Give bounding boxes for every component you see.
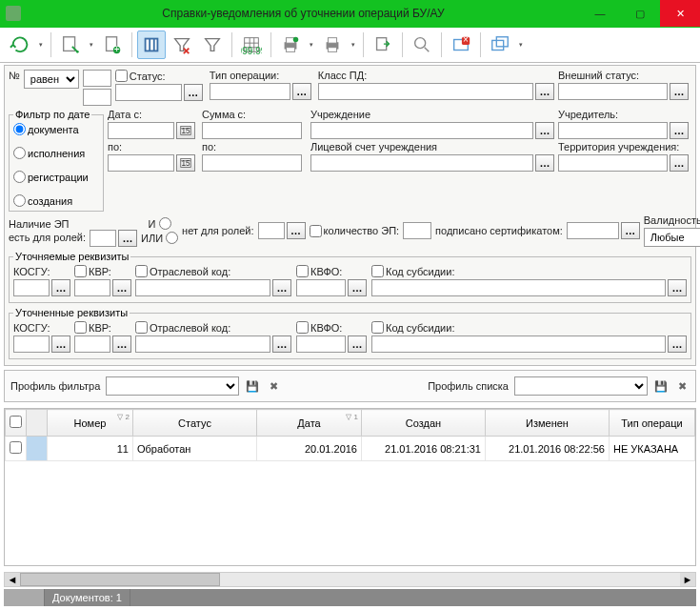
- scroll-thumb[interactable]: [20, 573, 220, 586]
- print-icon[interactable]: [318, 30, 347, 59]
- list-profile-select[interactable]: [514, 376, 648, 396]
- ep-no-roles-lookup-button[interactable]: …: [287, 222, 306, 239]
- delete-icon[interactable]: ✖: [266, 378, 281, 394]
- kvfo-check[interactable]: [296, 265, 309, 277]
- account-lookup-button[interactable]: …: [535, 154, 554, 172]
- select-all-check[interactable]: [10, 416, 22, 428]
- dropdown-icon[interactable]: ▾: [349, 41, 358, 49]
- kvfo-lookup-button[interactable]: …: [348, 279, 367, 296]
- maximize-button[interactable]: ▢: [620, 0, 660, 27]
- kvr-input[interactable]: [74, 279, 110, 296]
- class-pd-lookup-button[interactable]: …: [535, 83, 554, 100]
- filter-clear-icon[interactable]: [168, 30, 196, 59]
- branch-input[interactable]: [135, 279, 270, 296]
- dropdown-icon[interactable]: ▾: [307, 41, 316, 49]
- ep-has-roles-input[interactable]: [90, 230, 116, 247]
- ep-validity-select[interactable]: Любые: [644, 228, 700, 247]
- dropdown-icon[interactable]: ▾: [516, 41, 526, 49]
- row-selector[interactable]: [27, 437, 48, 461]
- sum-to-input[interactable]: [202, 154, 302, 172]
- kvfo2-check[interactable]: [296, 321, 309, 334]
- kvr-lookup-button[interactable]: …: [112, 279, 131, 296]
- ext-status-lookup-button[interactable]: …: [670, 83, 689, 100]
- kosgu-input[interactable]: [13, 279, 50, 296]
- close-button[interactable]: ✕: [660, 0, 700, 27]
- columns-icon[interactable]: [137, 30, 166, 59]
- kvr2-check[interactable]: [74, 321, 87, 334]
- refresh-icon[interactable]: [6, 30, 34, 59]
- kvfo2-lookup-button[interactable]: …: [348, 336, 367, 353]
- kvr2-lookup-button[interactable]: …: [112, 336, 131, 353]
- or-radio[interactable]: [166, 232, 178, 244]
- number-op-select[interactable]: равен: [24, 70, 79, 89]
- number-input-2[interactable]: [83, 89, 111, 106]
- date-filter-exec-radio[interactable]: [13, 147, 26, 159]
- dropdown-icon[interactable]: ▾: [87, 41, 96, 49]
- subsidy-lookup-button[interactable]: …: [668, 279, 687, 296]
- kvfo-input[interactable]: [296, 279, 346, 296]
- grid-check-header[interactable]: [6, 410, 27, 437]
- territory-input[interactable]: [558, 154, 668, 172]
- signed-cert-lookup-button[interactable]: …: [621, 222, 640, 239]
- kosgu2-input[interactable]: [13, 336, 50, 353]
- branch2-lookup-button[interactable]: …: [272, 336, 291, 353]
- windows-icon[interactable]: [486, 30, 514, 59]
- horizontal-scrollbar[interactable]: ◄ ►: [4, 572, 696, 587]
- ext-status-input[interactable]: [558, 83, 668, 100]
- date-from-input[interactable]: [108, 122, 174, 139]
- print-green-icon[interactable]: [276, 30, 305, 59]
- edit-icon[interactable]: [56, 30, 85, 59]
- col-status[interactable]: Статус: [133, 410, 257, 437]
- ep-no-roles-input[interactable]: [258, 222, 285, 239]
- kvfo2-input[interactable]: [296, 336, 346, 353]
- row-check[interactable]: [10, 441, 22, 454]
- subsidy-check[interactable]: [371, 265, 384, 277]
- signed-cert-input[interactable]: [567, 222, 619, 239]
- ep-count-input[interactable]: [403, 222, 431, 239]
- date-filter-reg-radio[interactable]: [13, 171, 26, 183]
- institution-lookup-button[interactable]: …: [535, 122, 554, 139]
- new-document-icon[interactable]: +: [98, 30, 127, 59]
- filter-profile-select[interactable]: [106, 376, 239, 396]
- sum-from-input[interactable]: [202, 122, 302, 139]
- date-to-input[interactable]: [108, 154, 174, 172]
- save-icon[interactable]: 💾: [245, 378, 260, 394]
- minimize-button[interactable]: —: [580, 0, 620, 27]
- delete-icon[interactable]: ✖: [674, 378, 690, 394]
- export-icon[interactable]: [369, 30, 397, 59]
- table-row[interactable]: 11 Обработан 20.01.2016 21.01.2016 08:21…: [6, 437, 695, 461]
- kosgu-lookup-button[interactable]: …: [51, 279, 70, 296]
- number-input[interactable]: [83, 70, 111, 87]
- close-panel-icon[interactable]: ×: [447, 30, 475, 59]
- scroll-left-icon[interactable]: ◄: [5, 573, 20, 586]
- branch2-check[interactable]: [135, 321, 148, 334]
- status-input[interactable]: [115, 84, 182, 101]
- subsidy-input[interactable]: [371, 279, 666, 296]
- ep-count-check[interactable]: [310, 225, 322, 237]
- save-icon[interactable]: 💾: [653, 378, 669, 394]
- institution-input[interactable]: [310, 122, 533, 139]
- class-pd-input[interactable]: [318, 83, 533, 100]
- dropdown-icon[interactable]: ▾: [36, 41, 46, 49]
- ep-has-roles-lookup-button[interactable]: …: [118, 230, 137, 247]
- col-created[interactable]: Создан: [362, 410, 486, 437]
- grid-icon[interactable]: 999.99: [237, 30, 266, 59]
- op-type-input[interactable]: [210, 83, 290, 100]
- status-check[interactable]: [115, 70, 128, 82]
- search-icon[interactable]: [408, 30, 436, 59]
- status-lookup-button[interactable]: …: [184, 84, 203, 101]
- scroll-right-icon[interactable]: ►: [680, 573, 695, 586]
- account-input[interactable]: [310, 154, 533, 172]
- col-number[interactable]: Номер▽ 2: [48, 410, 133, 437]
- kvr2-input[interactable]: [74, 336, 110, 353]
- filter-icon[interactable]: [198, 30, 227, 59]
- calendar-icon[interactable]: 15: [176, 154, 195, 172]
- op-type-lookup-button[interactable]: …: [292, 83, 311, 100]
- subsidy2-check[interactable]: [371, 321, 384, 334]
- kvr-check[interactable]: [74, 265, 87, 277]
- branch-lookup-button[interactable]: …: [272, 279, 291, 296]
- calendar-icon[interactable]: 15: [176, 122, 195, 139]
- col-changed[interactable]: Изменен: [486, 410, 610, 437]
- and-radio[interactable]: [159, 217, 171, 230]
- kosgu2-lookup-button[interactable]: …: [51, 336, 70, 353]
